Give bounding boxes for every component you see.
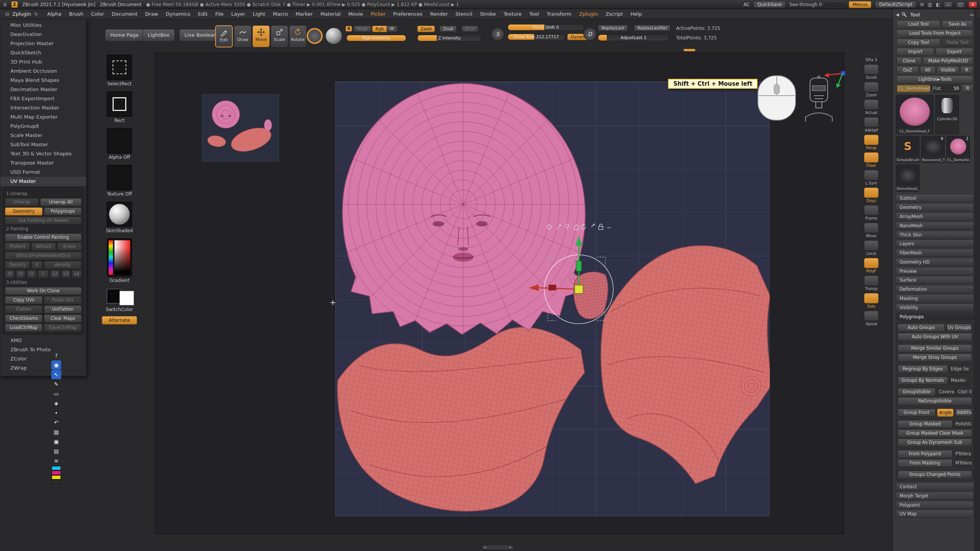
panel-button[interactable]: Regroup By Edges xyxy=(898,365,948,373)
display-icon[interactable]: ▣ xyxy=(51,437,61,446)
right-shelf-button[interactable]: Scroll xyxy=(862,64,880,80)
menu-item[interactable]: Tool xyxy=(526,11,543,17)
panel-button[interactable]: /4 xyxy=(5,270,15,278)
panel-button[interactable]: MTolera xyxy=(954,459,972,467)
app-menu-icon[interactable]: ≣ xyxy=(3,2,7,7)
panel-button[interactable]: Group Front xyxy=(898,409,936,417)
panel-button[interactable]: Copy Tool xyxy=(897,39,940,47)
left-shelf-tool[interactable]: Gradient xyxy=(100,233,139,283)
panel-button[interactable]: /3 xyxy=(16,270,26,278)
panel-button[interactable]: Auto Groups xyxy=(898,324,945,332)
panel-button[interactable]: CL_DemoHead_Flat.50 xyxy=(897,85,960,93)
panel-button[interactable]: Clstr 0. xyxy=(956,388,972,396)
tool-panel-scrollbar[interactable] xyxy=(974,9,977,551)
right-shelf-button[interactable]: SPix 3 xyxy=(862,53,880,62)
tool-thumbnail[interactable]: 9 Recovered_Tool xyxy=(921,136,945,163)
menu-item[interactable]: Brush xyxy=(65,11,87,17)
menu-item[interactable]: Picker xyxy=(367,11,389,17)
panel-button[interactable]: x2 xyxy=(50,270,60,278)
tool-section-header[interactable]: Layers xyxy=(896,240,974,248)
panel-button[interactable]: Uv Groups xyxy=(946,324,972,332)
eye-icon[interactable]: ◉ xyxy=(51,360,61,370)
panel-button[interactable]: PTolera xyxy=(954,450,972,458)
menu-item[interactable]: Draw xyxy=(141,11,162,17)
tool-section-header[interactable]: Morph Target xyxy=(896,492,974,500)
menu-item[interactable]: Zscript xyxy=(602,11,627,17)
panel-button[interactable]: 1 xyxy=(38,270,49,278)
menu-item[interactable]: Stroke xyxy=(476,11,500,17)
default-zscript-button[interactable]: DefaultZScript xyxy=(875,1,916,8)
menu-item[interactable]: Marker xyxy=(292,11,317,17)
menu-item[interactable]: Preferences xyxy=(389,11,426,17)
panel-button[interactable]: Edge Se xyxy=(949,365,972,373)
panel-button[interactable]: Load Tools From Project xyxy=(897,29,973,37)
cloth-uv-piece-right[interactable] xyxy=(601,246,770,484)
tool-section-header[interactable]: Masking xyxy=(896,294,974,302)
panel-button[interactable]: ReGroupVisible xyxy=(898,397,972,405)
panel-button[interactable]: 1-Unwrap xyxy=(5,191,82,197)
adjust-last-slider[interactable]: AdjustLast 1 xyxy=(598,34,669,41)
zplugin-item[interactable]: ZBrush To Photo xyxy=(0,345,86,354)
panel-button[interactable]: Groups Changed Points xyxy=(898,471,972,479)
panel-button[interactable]: UnFlatten xyxy=(44,305,82,313)
panel-button[interactable]: R xyxy=(962,85,973,93)
panel-button[interactable]: x3 xyxy=(61,270,71,278)
right-shelf-button[interactable]: Move xyxy=(862,223,880,238)
zplugin-item[interactable]: PolyGroupIt xyxy=(0,122,86,131)
tool-section-header[interactable]: Thick Skin xyxy=(896,231,974,239)
cloth-uv-piece-bottom[interactable] xyxy=(338,327,585,511)
menu-item[interactable]: Edit xyxy=(194,11,211,17)
panel-button[interactable]: GoZ xyxy=(897,66,918,74)
document-viewport[interactable] xyxy=(335,82,769,516)
panel-button[interactable]: GroupVisible xyxy=(898,388,936,396)
zplugin-item[interactable]: ZWrap xyxy=(0,364,86,373)
rgb-button[interactable]: Rgb xyxy=(372,26,387,32)
notes-icon[interactable]: ≡ xyxy=(51,456,61,465)
tool-section-header[interactable]: FiberMesh xyxy=(896,249,974,257)
panel-button[interactable]: Copy UVs xyxy=(5,296,42,304)
zplugin-item[interactable]: FBX ExportImport xyxy=(0,94,86,103)
canvas-area[interactable]: Shift + Ctrl + Mouse left xyxy=(155,52,844,534)
zplugin-item[interactable]: Scale Master xyxy=(0,131,86,140)
tool-section-header[interactable]: Subtool xyxy=(896,194,974,202)
panel-button[interactable]: Paste Tool xyxy=(942,39,973,47)
panel-button[interactable]: X xyxy=(31,261,42,269)
zplugin-item[interactable]: Multi Map Exporter xyxy=(0,112,86,122)
panel-button[interactable]: density. xyxy=(44,261,82,269)
tool-section-header[interactable]: Deformation xyxy=(896,285,974,293)
tool-section-header[interactable]: Visibility xyxy=(896,303,974,311)
tool-section-header[interactable]: Surface xyxy=(896,276,974,284)
panel-button[interactable]: AttractFromAmbientOccl xyxy=(5,252,82,260)
panel-button[interactable]: MaxAn xyxy=(949,377,972,385)
edit-mode-button[interactable]: Edit xyxy=(215,25,233,47)
panel-button[interactable]: Protect xyxy=(5,243,30,251)
menu-item[interactable]: Stencil xyxy=(452,11,476,17)
tool-section-header[interactable]: ArrayMesh xyxy=(896,212,974,220)
panel-button[interactable]: Enable Control Painting xyxy=(5,233,82,241)
see-through-slider[interactable]: See-through 0 xyxy=(789,2,845,7)
left-shelf-tool[interactable]: SelectRect xyxy=(100,50,139,86)
panel-flip-icon[interactable]: ⇋ xyxy=(970,12,974,18)
copy-icon[interactable]: ▤ xyxy=(51,447,61,456)
gizmo-center-handle[interactable] xyxy=(575,285,583,293)
zplugin-item[interactable]: Maya Blend Shapes xyxy=(0,76,86,85)
zadd-button[interactable]: Zadd xyxy=(417,26,435,32)
menu-item[interactable]: Help xyxy=(627,11,646,17)
sculptris-pro-button[interactable] xyxy=(307,28,323,44)
focal-shift-slider[interactable]: Focal Shift 0 xyxy=(508,24,584,31)
panel-button[interactable]: Export xyxy=(936,48,973,56)
tool-thumbnail[interactable]: Cylinder3D xyxy=(935,95,959,134)
monitor-icon[interactable]: ▥ xyxy=(928,2,932,7)
panel-button[interactable]: Paste UVs xyxy=(44,296,82,304)
right-shelf-button[interactable]: Floor xyxy=(862,152,880,168)
menu-item[interactable]: Document xyxy=(108,11,141,17)
panel-button[interactable]: Visible xyxy=(937,66,959,74)
reload-icon[interactable]: ↻ xyxy=(34,11,38,17)
panel-button[interactable]: Auto Groups With UV xyxy=(898,333,972,341)
panel-button[interactable]: Load Tool xyxy=(897,20,940,28)
left-shelf-tool[interactable]: Rect xyxy=(100,86,139,123)
panel-button[interactable]: Geometry xyxy=(5,207,42,215)
panel-button[interactable]: Merge Stray Groups xyxy=(898,354,972,362)
z-intensity-slider[interactable]: Z Intensity xyxy=(417,35,482,41)
right-shelf-button[interactable]: AAHalf xyxy=(862,117,880,132)
